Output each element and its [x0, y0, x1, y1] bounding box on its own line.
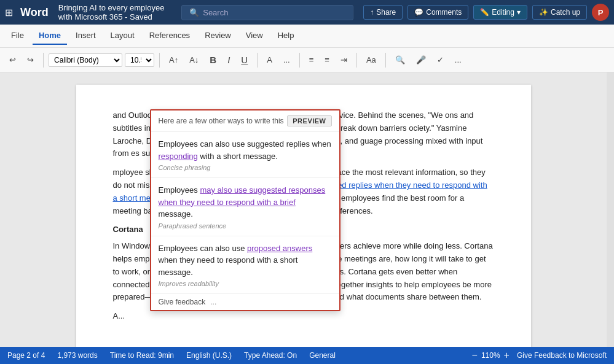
catchup-button[interactable]: ✨ Catch up: [532, 5, 587, 20]
comments-icon: 💬: [414, 8, 423, 17]
tab-view[interactable]: View: [240, 27, 269, 45]
suggestion-label-2: Paraphrased sentence: [159, 222, 332, 230]
suggestion-label-3: Improves readability: [159, 280, 332, 287]
separator-3: [257, 53, 258, 68]
tab-file[interactable]: File: [5, 27, 30, 45]
avatar[interactable]: P: [592, 4, 609, 21]
suggestion-text-2: Employees may also use suggested respons…: [159, 184, 332, 220]
zoom-control: − 110% +: [472, 350, 510, 361]
undo-button[interactable]: ↩: [5, 53, 20, 67]
share-icon: ↑: [370, 8, 374, 17]
search-box[interactable]: 🔍: [181, 5, 353, 20]
search-input[interactable]: [203, 8, 338, 17]
read-time: Time to Read: 9min: [110, 351, 174, 360]
font-size-selector[interactable]: 10.5: [125, 53, 154, 67]
decrease-font-button[interactable]: A↓: [185, 53, 203, 67]
editor-button[interactable]: ✓: [433, 53, 448, 67]
separator-1: [43, 53, 44, 68]
underline-button[interactable]: U: [237, 52, 252, 68]
separator-2: [159, 53, 160, 68]
title-bar-actions: ↑ Share 💬 Comments ✏️ Editing ▾ ✨ Catch …: [363, 4, 609, 21]
editing-button[interactable]: ✏️ Editing ▾: [473, 5, 527, 20]
share-button[interactable]: ↑ Share: [363, 5, 403, 20]
indent-button[interactable]: ⇥: [336, 53, 352, 67]
dictate-button[interactable]: 🎤: [412, 53, 430, 67]
tab-insert[interactable]: Insert: [69, 27, 102, 45]
status-bar-right: − 110% + Give Feedback to Microsoft: [472, 350, 607, 361]
vertical-scrollbar[interactable]: [607, 72, 614, 347]
page: Here are a few other ways to write this …: [76, 85, 531, 347]
tab-home[interactable]: Home: [33, 27, 67, 45]
suggestion-item-2[interactable]: Employees may also use suggested respons…: [151, 178, 339, 236]
feedback-button[interactable]: Give Feedback to Microsoft: [517, 351, 607, 360]
zoom-out-button[interactable]: −: [472, 350, 478, 361]
tab-references[interactable]: References: [143, 27, 196, 45]
zoom-level: 110%: [481, 351, 500, 360]
tab-help[interactable]: Help: [272, 27, 301, 45]
type-ahead: Type Ahead: On: [244, 351, 297, 360]
increase-font-button[interactable]: A↑: [165, 53, 183, 67]
suggestion-link-3: proposed answers: [247, 244, 312, 253]
bullets-button[interactable]: ≡: [305, 53, 318, 67]
give-feedback-button[interactable]: Give feedback: [159, 298, 206, 306]
search-icon: 🔍: [189, 8, 199, 17]
font-color-button[interactable]: A: [262, 53, 277, 67]
numbering-button[interactable]: ≡: [320, 53, 334, 67]
suggestion-text-1: Employees can also use suggested replies…: [159, 138, 332, 162]
doc-title: Bringing AI to every employee with Micro…: [58, 3, 177, 21]
app-name: Word: [20, 6, 49, 19]
chevron-down-icon: ▾: [517, 8, 521, 17]
pencil-icon: ✏️: [480, 8, 489, 17]
ribbon: File Home Insert Layout References Revie…: [0, 25, 614, 48]
find-button[interactable]: 🔍: [391, 53, 409, 67]
italic-button[interactable]: I: [223, 52, 234, 68]
suggestion-label-1: Concise phrasing: [159, 164, 332, 171]
tab-review[interactable]: Review: [199, 27, 237, 45]
comments-button[interactable]: 💬 Comments: [407, 5, 468, 20]
paragraph-3: A...: [113, 310, 494, 323]
zoom-in-button[interactable]: +: [504, 350, 510, 361]
redo-button[interactable]: ↪: [23, 53, 38, 67]
more-formatting-button[interactable]: ...: [279, 53, 294, 67]
document-area: Here are a few other ways to write this …: [0, 72, 607, 347]
separator-5: [356, 53, 357, 68]
catchup-icon: ✨: [539, 8, 548, 17]
suggestion-text-3: Employees can also use proposed answers …: [159, 242, 332, 279]
styles-button[interactable]: Aa: [362, 53, 380, 67]
popup-footer: Give feedback ...: [151, 294, 339, 310]
suggestions-popup: Here are a few other ways to write this …: [150, 109, 340, 311]
word-count: 1,973 words: [57, 351, 97, 360]
popup-more-button[interactable]: ...: [210, 298, 216, 306]
general-status: General: [309, 351, 336, 360]
grid-icon[interactable]: ⊞: [5, 7, 13, 18]
title-bar: ⊞ Word Bringing AI to every employee wit…: [0, 0, 614, 25]
suggestion-link-1: responding: [159, 152, 198, 161]
status-bar: Page 2 of 4 1,973 words Time to Read: 9m…: [0, 347, 614, 364]
main-area: Here are a few other ways to write this …: [0, 72, 614, 347]
page-info: Page 2 of 4: [7, 351, 45, 360]
toolbar: ↩ ↪ Calibri (Body) 10.5 A↑ A↓ B I U A ..…: [0, 48, 614, 72]
suggestion-item-3[interactable]: Employees can also use proposed answers …: [151, 236, 339, 295]
popup-header: Here are a few other ways to write this …: [151, 110, 339, 132]
separator-4: [299, 53, 300, 68]
language: English (U.S.): [186, 351, 232, 360]
popup-header-text: Here are a few other ways to write this: [159, 117, 284, 125]
font-selector[interactable]: Calibri (Body): [49, 53, 122, 67]
tab-layout[interactable]: Layout: [104, 27, 141, 45]
bold-button[interactable]: B: [205, 52, 221, 68]
suggestion-item-1[interactable]: Employees can also use suggested replies…: [151, 132, 339, 178]
more-tools-button[interactable]: ...: [451, 53, 466, 67]
preview-button[interactable]: PREVIEW: [287, 115, 331, 126]
separator-6: [385, 53, 386, 68]
